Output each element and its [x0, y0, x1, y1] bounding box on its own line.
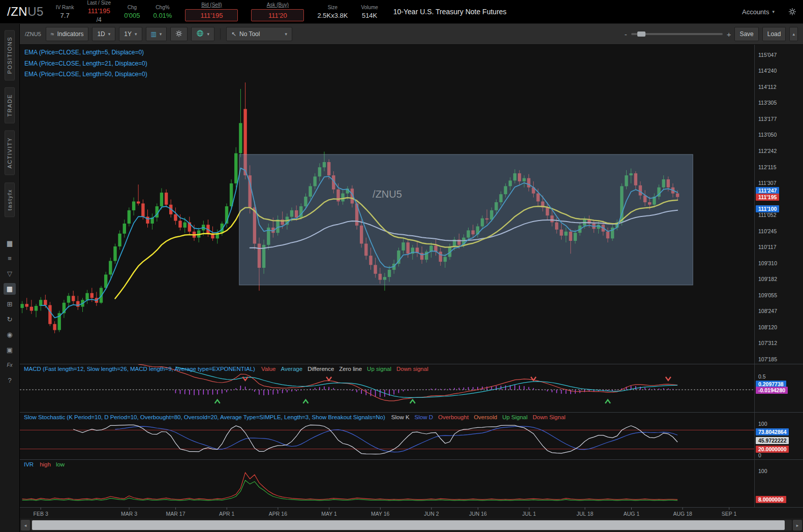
stat-value: 0.01%: [153, 12, 172, 19]
axis-label: 112'115: [758, 164, 776, 170]
sidebar-tab-tastyfx[interactable]: tastyfx: [5, 182, 15, 217]
calendar-icon[interactable]: ▣: [4, 344, 16, 356]
indicators-button[interactable]: ≈ Indicators: [46, 27, 89, 41]
stochastic-axis[interactable]: 100073.804286445.972222220.0000000: [754, 413, 803, 459]
collapse-panel-button[interactable]: ▴: [789, 27, 798, 41]
stat-label: Last / Size: [87, 0, 111, 6]
legend-item: Value: [261, 366, 276, 372]
follow-traders-icon[interactable]: ◉: [4, 329, 16, 340]
help-icon[interactable]: ?: [4, 374, 16, 386]
chart-settings-button[interactable]: [170, 27, 188, 41]
axis-label: 114'112: [758, 84, 776, 90]
scroll-right-arrow[interactable]: ▸: [793, 520, 802, 530]
tool-value: No Tool: [239, 30, 260, 38]
legend-item: Down signal: [396, 366, 428, 372]
time-axis-label: AUG 18: [673, 511, 692, 517]
zoom-slider[interactable]: [631, 33, 723, 35]
save-button[interactable]: Save: [734, 27, 758, 41]
cursor-icon: ↖: [231, 30, 236, 38]
fx-icon[interactable]: Fx: [4, 359, 16, 371]
price-axis[interactable]: 115'047114'240114'112113'305113'177113'0…: [754, 45, 803, 364]
svg-text:/ZNU5: /ZNU5: [373, 189, 402, 200]
sidebar-tab-activity[interactable]: ACTIVITY: [5, 131, 15, 175]
stat-ask-buy[interactable]: Ask (Buy)111'20: [251, 2, 304, 21]
toolbar-symbol-label: /ZNU5: [25, 31, 41, 37]
quote-box[interactable]: 111'20: [251, 9, 304, 21]
axis-label: 111'307: [758, 180, 776, 186]
range-value: 1Y: [124, 30, 132, 38]
scrollbar-handle[interactable]: [32, 520, 785, 530]
axis-value-badge: 73.8042864: [756, 428, 789, 435]
stat-label: Chg%: [156, 5, 169, 10]
stochastic-chart-canvas[interactable]: Slow Stochastic (K Period=10, D Period=1…: [20, 413, 754, 459]
legend-item: Overbought: [438, 414, 469, 420]
chart-icon[interactable]: ▦: [4, 283, 16, 295]
timeframe-dropdown[interactable]: 1D ▾: [92, 27, 115, 41]
axis-label: 100: [758, 468, 767, 474]
chart-panels: /ZNU5 EMA (Price=CLOSE, Length=5, Displa…: [20, 45, 803, 532]
chevron-down-icon: ▾: [207, 32, 209, 37]
stat-bid-sell[interactable]: Bid (Sell)111'195: [185, 2, 238, 21]
time-axis-label: JUN 2: [424, 511, 439, 517]
watchlist-icon[interactable]: ≡: [4, 253, 16, 264]
load-button[interactable]: Load: [762, 27, 786, 41]
legend-item: Average: [281, 366, 302, 372]
history-icon[interactable]: ↻: [4, 314, 16, 325]
chart-type-dropdown[interactable]: ▥ ▾: [146, 27, 167, 41]
settings-gear-icon[interactable]: [787, 6, 798, 17]
grid-layout-icon[interactable]: ⊞: [4, 298, 16, 310]
sidebar-tab-trade[interactable]: TRADE: [5, 87, 15, 123]
stat-label: IV Rank: [56, 5, 74, 10]
accounts-menu[interactable]: Accounts ▾: [742, 8, 775, 16]
zoom-control: - +: [625, 30, 731, 39]
scrollbar-track[interactable]: [31, 520, 792, 530]
legend-item: low: [56, 461, 65, 467]
time-axis-label: MAY 16: [371, 511, 389, 517]
zoom-in-button[interactable]: +: [727, 30, 731, 39]
price-chart-canvas[interactable]: /ZNU5 EMA (Price=CLOSE, Length=5, Displa…: [20, 45, 754, 364]
time-axis-label: JUL 1: [522, 511, 536, 517]
axis-label: 108'247: [758, 308, 777, 314]
zoom-slider-handle[interactable]: [637, 32, 645, 37]
zoom-out-button[interactable]: -: [625, 30, 627, 39]
quote-stats: IV Rank7.7Last / Size111'195 /4Chg0'005C…: [56, 0, 378, 23]
macd-chart-canvas[interactable]: MACD (Fast length=12, Slow length=26, MA…: [20, 364, 754, 412]
macd-axis[interactable]: 0.50.2097738-0.0194280: [754, 364, 803, 412]
timeframe-value: 1D: [97, 30, 105, 38]
chevron-down-icon: ▾: [108, 32, 111, 37]
axis-value-badge: -0.0194280: [756, 387, 788, 394]
stochastic-study-header: Slow Stochastic (K Period=10, D Period=1…: [24, 414, 566, 420]
stat-chg: Chg0'005: [124, 5, 140, 19]
stat-label: Bid (Sell): [201, 2, 222, 8]
chart-toolbar: /ZNU5 ≈ Indicators 1D ▾ 1Y ▾ ▥ ▾: [20, 24, 803, 45]
ivr-chart-canvas[interactable]: IVRhighlow: [20, 460, 754, 507]
stat-value: 111'195: [200, 12, 223, 19]
range-dropdown[interactable]: 1Y ▾: [119, 27, 142, 41]
ema-label: EMA (Price=CLOSE, Length=21, Displace=0): [24, 58, 147, 70]
stat-label: Size: [328, 5, 337, 10]
axis-value-badge: 111'195: [756, 194, 779, 201]
study-title: Slow Stochastic (K Period=10, D Period=1…: [24, 414, 385, 420]
time-axis[interactable]: FEB 3MAR 3MAR 17APR 1APR 16MAY 1MAY 16JU…: [20, 508, 755, 518]
horizontal-scrollbar[interactable]: ◂ ▸: [20, 518, 803, 532]
axis-label: 110'245: [758, 228, 777, 234]
axis-label: 111'052: [758, 212, 776, 218]
time-axis-label: JUN 16: [469, 511, 487, 517]
quote-box[interactable]: 111'195: [185, 9, 238, 21]
bar-chart-icon[interactable]: ▆: [4, 237, 16, 249]
sidebar-tab-positions[interactable]: POSITIONS: [5, 30, 15, 80]
drawing-tool-dropdown[interactable]: ↖ No Tool ▾: [226, 27, 292, 41]
symbol-suffix: U5: [27, 5, 44, 18]
chevron-up-icon: ▴: [792, 32, 795, 37]
session-globe-dropdown[interactable]: ▾: [191, 27, 214, 41]
scroll-left-arrow[interactable]: ◂: [21, 520, 30, 530]
axis-label: 108'120: [758, 324, 777, 330]
analyze-icon[interactable]: ▽: [4, 268, 16, 279]
stat-chg: Chg%0.01%: [153, 5, 172, 19]
symbol-root: /ZN: [7, 5, 27, 18]
stat-value: 7.7: [60, 12, 70, 19]
ivr-axis[interactable]: 1008.0000000: [754, 460, 803, 507]
stat-iv-rank: IV Rank7.7: [56, 5, 74, 19]
axis-label: 109'055: [758, 292, 777, 298]
legend-item: Slow D: [415, 414, 433, 420]
